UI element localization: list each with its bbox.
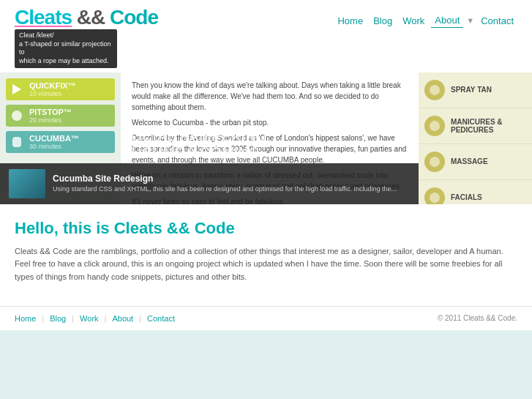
hello-body: Cleats && Code are the ramblings, portfo…: [15, 245, 512, 284]
service-spray-tan[interactable]: SPRAY TAN: [419, 72, 532, 108]
logo-tooltip: Cleat /kleet/ a T-shaped or similar proj…: [15, 29, 117, 68]
copyright-text: © 2011 Cleats && Code.: [438, 314, 517, 322]
main-nav: Home Blog Work About ▼ Contact: [334, 7, 517, 28]
services-right-panel: SPRAY TAN MANICURES & PEDICURES MASSAGE …: [419, 72, 532, 204]
footer: Home | Blog | Work | About | Contact © 2…: [0, 306, 532, 330]
nav-work[interactable]: Work: [399, 14, 428, 28]
play-icon: [10, 83, 23, 96]
nav-blog[interactable]: Blog: [370, 14, 396, 28]
hello-section: Hello, this is Cleats && Code Cleats && …: [0, 204, 532, 306]
service-quickfix-info: QUICKFIX™ 10 minutes: [29, 81, 76, 97]
pitstop-icon: [10, 109, 23, 122]
logo-area: Cleats && Code Cleat /kleet/ a T-shaped …: [15, 7, 158, 68]
overlay-title: Cucumba Site Redesign: [53, 174, 397, 184]
footer-nav-contact[interactable]: Contact: [141, 314, 181, 323]
footer-nav-blog[interactable]: Blog: [44, 314, 72, 323]
facials-icon: [424, 187, 445, 204]
service-facials[interactable]: FACIALS: [419, 180, 532, 204]
service-pitstop-label: PITSTOP™: [29, 108, 72, 116]
massage-icon: [424, 152, 445, 172]
footer-nav-work[interactable]: Work: [74, 314, 104, 323]
logo-cleats: Cleats: [15, 6, 72, 29]
service-quickfix-time: 10 minutes: [29, 90, 76, 97]
logo-code: Code: [110, 6, 158, 29]
logo[interactable]: Cleats && Code: [15, 7, 158, 28]
service-pitstop-info: PITSTOP™ 20 minutes: [29, 108, 72, 124]
header: Cleats && Code Cleat /kleet/ a T-shaped …: [0, 0, 532, 72]
banner-p2: Welcome to Cucumba - the urban pit stop.: [132, 117, 408, 128]
nav-separator: ▼: [466, 16, 474, 25]
featured-banner: QUICKFIX™ 10 minutes PITSTOP™ 20 minutes: [0, 72, 532, 204]
service-quickfix-label: QUICKFIX™: [29, 81, 76, 90]
main-content: QUICKFIX™ 10 minutes PITSTOP™ 20 minutes: [0, 72, 532, 306]
nav-about[interactable]: About: [431, 13, 463, 28]
service-pitstop[interactable]: PITSTOP™ 20 minutes: [6, 105, 115, 127]
overlay-info: Cucumba Site Redesign Using standard CSS…: [53, 174, 397, 194]
footer-nav: Home | Blog | Work | About | Contact: [15, 314, 181, 323]
overlay-description: Using standard CSS and XHTML, this site …: [53, 185, 397, 194]
facials-label: FACIALS: [451, 193, 482, 201]
nav-contact[interactable]: Contact: [477, 14, 517, 28]
hello-title: Hello, this is Cleats && Code: [15, 219, 517, 238]
footer-nav-about[interactable]: About: [106, 314, 139, 323]
footer-nav-home[interactable]: Home: [15, 314, 42, 323]
spray-tan-label: SPRAY TAN: [451, 86, 492, 94]
service-pitstop-time: 20 minutes: [29, 116, 72, 124]
manicures-label: MANICURES & PEDICURES: [451, 118, 526, 134]
logo-amp: &&: [72, 6, 110, 29]
spray-tan-icon: [424, 80, 445, 100]
manicures-icon: [424, 116, 445, 136]
nav-home[interactable]: Home: [334, 14, 367, 28]
project-overlay[interactable]: Cucumba Site Redesign Using standard CSS…: [0, 163, 419, 204]
service-massage[interactable]: MASSAGE: [419, 144, 532, 180]
service-manicures[interactable]: MANICURES & PEDICURES: [419, 108, 532, 144]
massage-label: MASSAGE: [451, 157, 488, 165]
overlay-thumbnail: [9, 169, 45, 198]
banner-p1: Then you know the kind of days we're tal…: [132, 80, 408, 113]
service-quickfix[interactable]: QUICKFIX™ 10 minutes: [6, 78, 115, 100]
